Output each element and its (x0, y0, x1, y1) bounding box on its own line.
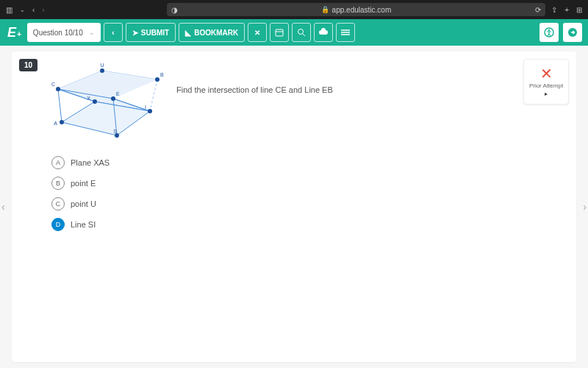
browser-url-text: app.edulastic.com (332, 6, 392, 14)
prior-attempt-label: Prior Attempt (529, 82, 563, 89)
lock-icon: 🔒 (321, 6, 329, 13)
calendar-button[interactable] (270, 23, 289, 42)
chevron-down-icon: ⌄ (89, 29, 95, 36)
question-selector-label: Question 10/10 (33, 29, 83, 37)
send-icon: ➤ (132, 29, 138, 37)
browser-dropdown-icon[interactable]: ⌄ (20, 7, 25, 13)
svg-point-32 (60, 120, 64, 124)
svg-point-24 (56, 87, 60, 91)
page-body: ‹ › 10 ✕ Prior Attempt ▸ (0, 46, 588, 368)
choice-text: point E (71, 179, 96, 188)
page-prev-button[interactable]: ‹ (1, 201, 5, 213)
svg-text:S: S (113, 129, 117, 134)
svg-point-20 (100, 68, 104, 73)
svg-text:U: U (100, 63, 104, 68)
search-button[interactable] (292, 23, 311, 42)
choice-text: Plane XAS (71, 158, 110, 167)
bookmark-icon: ◣ (185, 29, 191, 37)
browser-url-bar[interactable]: ◑ 🔒 app.edulastic.com ⟳ (167, 3, 545, 16)
question-card: 10 ✕ Prior Attempt ▸ (12, 52, 576, 362)
svg-point-22 (155, 77, 159, 82)
bookmark-button[interactable]: ◣ BOOKMARK (179, 23, 245, 42)
choice-c[interactable]: C point U (51, 197, 559, 210)
choice-text: point U (71, 199, 96, 208)
caret-right-icon: ▸ (545, 91, 548, 97)
choice-b[interactable]: B point E (51, 177, 559, 190)
app-logo: E+ (7, 25, 21, 40)
exit-icon (567, 27, 578, 38)
accessibility-button[interactable] (539, 23, 559, 42)
lines-icon (340, 29, 351, 36)
tabs-icon[interactable]: ⊞ (576, 6, 582, 14)
svg-text:X: X (87, 96, 90, 101)
svg-text:A: A (54, 121, 57, 126)
shield-icon: ◑ (171, 6, 178, 14)
sidebar-toggle-icon[interactable]: ▥ (6, 6, 12, 14)
choice-bubble: B (51, 177, 65, 190)
submit-label: SUBMIT (141, 29, 169, 37)
search-icon (297, 28, 306, 37)
browser-chrome: ▥ ⌄ ‹ › ◑ 🔒 app.edulastic.com ⟳ ⇪ + ⊞ (0, 0, 588, 19)
svg-line-17 (150, 79, 157, 111)
x-mark-icon: ✕ (540, 66, 553, 81)
svg-line-3 (303, 34, 305, 36)
exit-button[interactable] (563, 23, 582, 42)
svg-text:E: E (116, 91, 120, 96)
choice-bubble: C (51, 197, 65, 210)
calendar-icon (275, 28, 284, 37)
svg-point-2 (298, 29, 304, 35)
share-icon[interactable]: ⇪ (551, 6, 557, 14)
choice-d[interactable]: D Line SI (51, 218, 559, 231)
choice-bubble: A (51, 156, 65, 169)
svg-point-26 (111, 96, 115, 101)
geometry-diagram: U B C E X I A S (47, 63, 165, 144)
toolbar-prev-button[interactable]: ‹ (104, 23, 123, 42)
cloud-button[interactable] (314, 23, 333, 42)
browser-back-icon[interactable]: ‹ (32, 6, 35, 14)
choice-bubble: D (51, 218, 65, 231)
choice-text: Line SI (71, 220, 96, 229)
question-number-badge: 10 (19, 59, 37, 71)
answer-choices: A Plane XAS B point E C point U D Line S… (51, 156, 559, 231)
question-selector[interactable]: Question 10/10 ⌄ (27, 23, 101, 42)
svg-line-18 (58, 89, 62, 122)
svg-point-28 (93, 99, 97, 104)
svg-text:C: C (51, 82, 55, 87)
question-prompt: Find the intersection of line CE and Lin… (176, 85, 333, 94)
page-next-button[interactable]: › (583, 201, 587, 213)
accessibility-icon (544, 27, 554, 38)
new-tab-icon[interactable]: + (564, 6, 569, 14)
prior-attempt-panel[interactable]: ✕ Prior Attempt ▸ (523, 59, 569, 105)
bookmark-label: BOOKMARK (194, 29, 238, 37)
app-toolbar: E+ Question 10/10 ⌄ ‹ ➤ SUBMIT ◣ BOOKMAR… (0, 19, 588, 46)
lines-button[interactable] (336, 23, 355, 42)
svg-point-30 (148, 109, 152, 113)
svg-rect-0 (276, 29, 283, 36)
cloud-icon (318, 29, 329, 36)
browser-forward-icon[interactable]: › (42, 6, 44, 14)
svg-point-8 (548, 29, 550, 31)
choice-a[interactable]: A Plane XAS (51, 156, 559, 169)
submit-button[interactable]: ➤ SUBMIT (126, 23, 176, 42)
reload-icon[interactable]: ⟳ (535, 6, 541, 14)
svg-text:B: B (160, 72, 164, 77)
close-button[interactable]: ✕ (248, 23, 267, 42)
svg-text:I: I (145, 105, 146, 110)
